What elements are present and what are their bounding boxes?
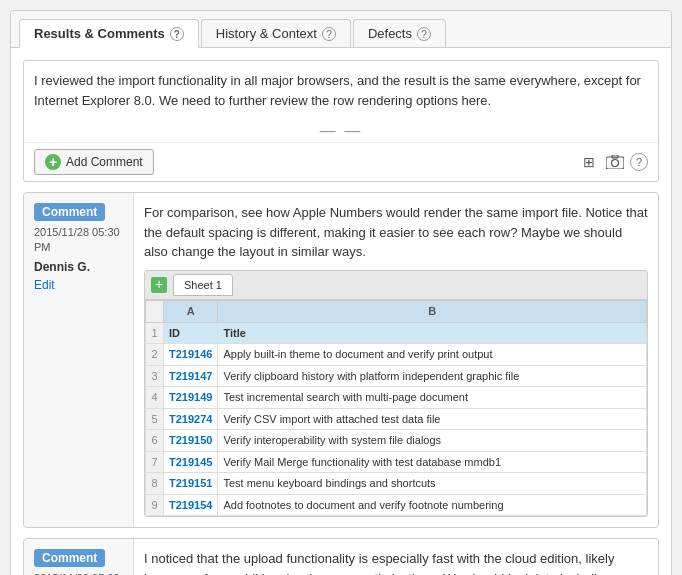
ss-cell-title: Verify CSV import with attached test dat… [218, 408, 647, 430]
ss-cell-title: Test incremental search with multi-page … [218, 387, 647, 409]
ss-cell-title: Verify interoperability with system file… [218, 430, 647, 452]
ss-row-num: 7 [146, 451, 164, 473]
ss-cell-id: T219151 [164, 473, 218, 495]
ss-table-row: 6T219150Verify interoperability with sys… [146, 430, 647, 452]
ss-table-row: 9T219154Add footnotes to document and ve… [146, 494, 647, 516]
tab-results-label: Results & Comments [34, 26, 165, 41]
tab-history[interactable]: History & Context ? [201, 19, 351, 47]
comment-card-1: Comment 2015/11/28 05:30 PM Dennis G. Ed… [23, 192, 659, 528]
resize-handle[interactable]: ― ― [24, 120, 658, 142]
ss-row-num: 6 [146, 430, 164, 452]
ss-table-row: 5T219274Verify CSV import with attached … [146, 408, 647, 430]
ss-row-num: 8 [146, 473, 164, 495]
ss-corner [146, 301, 164, 323]
text-toolbar: + Add Comment ⊞ ? [24, 142, 658, 181]
comment-sidebar-1: Comment 2015/11/28 05:30 PM Dennis G. Ed… [24, 193, 134, 527]
main-panel: Results & Comments ? History & Context ?… [10, 10, 672, 575]
comment-text-2: I noticed that the upload functionality … [144, 551, 614, 575]
ss-table-row: 2T219146Apply built-in theme to document… [146, 344, 647, 366]
ss-cell-id: T219147 [164, 365, 218, 387]
add-comment-label: Add Comment [66, 155, 143, 169]
ss-add-button[interactable]: + [151, 277, 167, 293]
tab-history-help[interactable]: ? [322, 27, 336, 41]
ss-sheet-tab[interactable]: Sheet 1 [173, 274, 233, 297]
ss-col-b: B [218, 301, 647, 323]
ss-table: A B 1 ID Title 2T219146Apply built-in th… [145, 300, 647, 516]
comment-text-1: For comparison, see how Apple Numbers wo… [144, 205, 648, 259]
tab-defects-help[interactable]: ? [417, 27, 431, 41]
ss-cell-title: Verify Mail Merge functionality with tes… [218, 451, 647, 473]
ss-cell-id: T219150 [164, 430, 218, 452]
comment-edit-1[interactable]: Edit [34, 278, 123, 292]
grid-icon[interactable]: ⊞ [578, 151, 600, 173]
tab-results[interactable]: Results & Comments ? [19, 19, 199, 48]
ss-row-num: 5 [146, 408, 164, 430]
comment-author-1: Dennis G. [34, 260, 123, 274]
ss-table-row: 8T219151Test menu keyboard bindings and … [146, 473, 647, 495]
review-text[interactable]: I reviewed the import functionality in a… [24, 61, 658, 120]
comment-badge-2: Comment [34, 549, 105, 567]
ss-row-1-num: 1 [146, 322, 164, 344]
comment-date-2: 2015/11/28 05:22 PM [34, 571, 123, 575]
ss-cell-title: Add footnotes to document and verify foo… [218, 494, 647, 516]
ss-cell-title: Test menu keyboard bindings and shortcut… [218, 473, 647, 495]
tab-history-label: History & Context [216, 26, 317, 41]
comment-sidebar-2: Comment 2015/11/28 05:22 PM Dennis G. Ed… [24, 539, 134, 575]
ss-row-num: 4 [146, 387, 164, 409]
camera-icon[interactable] [604, 151, 626, 173]
ss-cell-title: Verify clipboard history with platform i… [218, 365, 647, 387]
ss-cell-id: T219145 [164, 451, 218, 473]
tab-results-help[interactable]: ? [170, 27, 184, 41]
comment-date-1: 2015/11/28 05:30 PM [34, 225, 123, 256]
svg-point-1 [612, 160, 619, 167]
comment-body-2: I noticed that the upload functionality … [134, 539, 658, 575]
ss-cell-id: T219154 [164, 494, 218, 516]
ss-cell-title: Apply built-in theme to document and ver… [218, 344, 647, 366]
ss-header-title: Title [218, 322, 647, 344]
ss-table-row: 4T219149Test incremental search with mul… [146, 387, 647, 409]
ss-toolbar: + Sheet 1 [145, 271, 647, 301]
comment-body-1: For comparison, see how Apple Numbers wo… [134, 193, 658, 527]
add-comment-button[interactable]: + Add Comment [34, 149, 154, 175]
ss-cell-id: T219149 [164, 387, 218, 409]
content-area: I reviewed the import functionality in a… [11, 48, 671, 575]
help-icon[interactable]: ? [630, 153, 648, 171]
ss-row-num: 9 [146, 494, 164, 516]
ss-cell-id: T219274 [164, 408, 218, 430]
spreadsheet-mockup: + Sheet 1 A B 1 ID [144, 270, 648, 518]
ss-table-row: 3T219147Verify clipboard history with pl… [146, 365, 647, 387]
ss-table-row: 7T219145Verify Mail Merge functionality … [146, 451, 647, 473]
ss-cell-id: T219146 [164, 344, 218, 366]
comment-card-2: Comment 2015/11/28 05:22 PM Dennis G. Ed… [23, 538, 659, 575]
tab-bar: Results & Comments ? History & Context ?… [11, 11, 671, 48]
tab-defects-label: Defects [368, 26, 412, 41]
text-toolbar-icons: ⊞ ? [578, 151, 648, 173]
review-text-section: I reviewed the import functionality in a… [23, 60, 659, 182]
add-comment-plus-icon: + [45, 154, 61, 170]
ss-row-num: 2 [146, 344, 164, 366]
ss-row-num: 3 [146, 365, 164, 387]
tab-defects[interactable]: Defects ? [353, 19, 446, 47]
svg-rect-0 [606, 157, 624, 169]
ss-col-a: A [164, 301, 218, 323]
ss-header-id: ID [164, 322, 218, 344]
comment-badge-1: Comment [34, 203, 105, 221]
